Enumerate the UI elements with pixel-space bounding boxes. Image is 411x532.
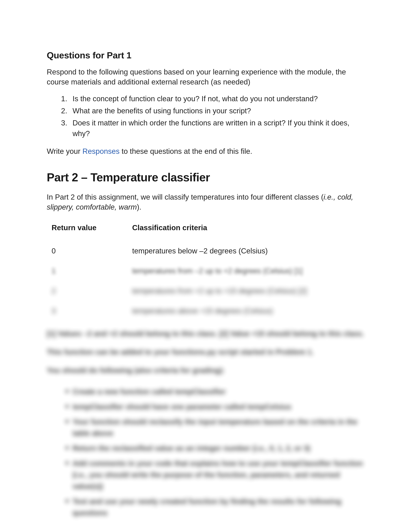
question-list: Is the concept of function clear to you?… <box>47 93 364 139</box>
table-header: Return value Classification criteria <box>47 222 364 241</box>
text: Write your <box>47 147 83 155</box>
col-criteria-header: Classification criteria <box>132 223 364 232</box>
section1-heading: Questions for Part 1 <box>47 50 364 60</box>
text: [1] Values –2 and +2 should belong to th… <box>47 328 364 339</box>
table-row: 3 temperatures above +15 degrees (Celsiu… <box>47 301 364 321</box>
table-row: 0 temperatures below –2 degrees (Celsius… <box>47 241 364 261</box>
grading-bullets: Create a new function called tempClassif… <box>47 383 364 519</box>
classification-table: Return value Classification criteria 0 t… <box>47 222 364 321</box>
section2-heading: Part 2 – Temperature classifier <box>47 171 364 184</box>
text: This function can be added to your funct… <box>47 346 364 358</box>
col-return-value-header: Return value <box>47 223 132 232</box>
write-responses-line: Write your Responses to these questions … <box>47 146 364 156</box>
cell-return-value: 0 <box>47 247 132 255</box>
list-item: What are the benefits of using functions… <box>69 105 364 116</box>
cell-return-value: 2 <box>47 286 132 295</box>
cell-return-value: 3 <box>47 306 132 315</box>
responses-link[interactable]: Responses <box>83 147 120 155</box>
text: In Part 2 of this assignment, we will cl… <box>47 193 324 201</box>
section1-intro: Respond to the following questions based… <box>47 67 364 87</box>
text: to these questions at the end of this fi… <box>120 147 252 155</box>
cell-criteria: temperatures above +15 degrees (Celsius) <box>132 306 364 315</box>
list-item: Create a new function called tempClassif… <box>73 383 364 397</box>
cell-criteria: temperatures below –2 degrees (Celsius) <box>132 247 364 255</box>
text: ). <box>137 203 141 211</box>
list-item: Return the reclassified value as an inte… <box>73 440 364 454</box>
blurred-content: [1] Values –2 and +2 should belong to th… <box>47 328 364 519</box>
list-item: tempClassifier should have one parameter… <box>73 399 364 413</box>
section2-intro: In Part 2 of this assignment, we will cl… <box>47 192 364 212</box>
list-item: Your function should reclassify the inpu… <box>73 414 364 439</box>
cell-criteria: temperatures from –2 up to +2 degrees (C… <box>132 266 364 275</box>
list-item: Is the concept of function clear to you?… <box>69 93 364 104</box>
document-page: Questions for Part 1 Respond to the foll… <box>0 0 411 532</box>
cell-return-value: 1 <box>47 266 132 275</box>
text: You should do following (also criteria f… <box>47 365 364 376</box>
cell-criteria: temperatures from +2 up to +15 degrees (… <box>132 286 364 295</box>
list-item: Test and use your newly created function… <box>73 493 364 519</box>
table-row: 1 temperatures from –2 up to +2 degrees … <box>47 261 364 281</box>
list-item: Does it matter in which order the functi… <box>69 117 364 139</box>
table-row: 2 temperatures from +2 up to +15 degrees… <box>47 281 364 301</box>
list-item: Add comments in your code that explains … <box>73 455 364 492</box>
